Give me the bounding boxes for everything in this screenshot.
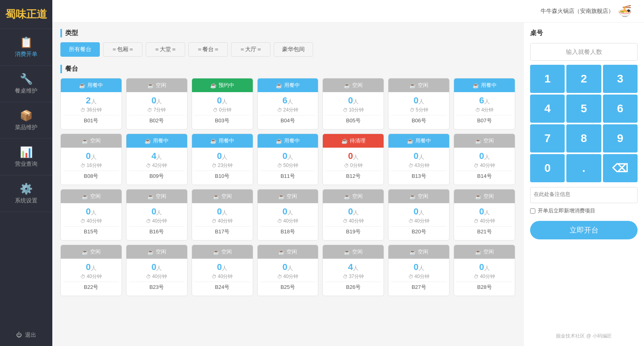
table-card[interactable]: ☕ 空闲 0人 ⏱ 16分钟 B08号 <box>60 134 122 185</box>
clock-icon: ⏱ <box>146 274 151 280</box>
cup-icon: ☕ <box>341 138 348 144</box>
table-card[interactable]: ☕ 空闲 0人 ⏱ 40分钟 B19号 <box>322 189 384 241</box>
remark-input[interactable] <box>530 187 638 203</box>
table-status-header: ☕ 空闲 <box>323 78 384 92</box>
table-card[interactable]: ☕ 空闲 0人 ⏱ 40分钟 B16号 <box>126 189 188 241</box>
table-card[interactable]: ☕ 用餐中 0人 ⏱ 50分钟 B11号 <box>257 134 319 185</box>
status-label: 用餐中 <box>219 137 234 144</box>
table-persons: 0人 <box>260 262 316 272</box>
numpad-1[interactable]: 1 <box>530 65 565 93</box>
cup-icon: ☕ <box>210 82 217 89</box>
persons-count: 6 <box>283 95 287 105</box>
table-card[interactable]: ☕ 空闲 0人 ⏱ 40分钟 B21号 <box>454 189 515 241</box>
numpad-6[interactable]: 6 <box>603 95 638 123</box>
clock-icon: ⏱ <box>212 163 217 169</box>
table-card[interactable]: ☕ 空闲 0人 ⏱ 40分钟 B27号 <box>388 245 450 296</box>
cat-tab-hall[interactable]: ＝大堂＝ <box>146 42 185 57</box>
table-time: ⏱ 40分钟 <box>391 273 447 280</box>
sidebar-item-settings[interactable]: ⚙️ 系统设置 <box>0 175 52 212</box>
table-persons: 0人 <box>391 151 447 161</box>
cup-icon: ☕ <box>147 82 154 89</box>
table-card[interactable]: ☕ 空闲 0人 ⏱ 40分钟 B20号 <box>388 189 450 241</box>
clock-icon: ⏱ <box>410 107 415 113</box>
table-card[interactable]: ☕ 用餐中 2人 ⏱ 36分钟 B01号 <box>60 78 122 130</box>
table-number: B23号 <box>129 282 185 292</box>
numpad-delete[interactable]: ⌫ <box>603 154 638 182</box>
table-card[interactable]: ☕ 用餐中 0人 ⏱ 23分钟 B10号 <box>192 134 253 185</box>
table-number: B02号 <box>129 115 185 126</box>
persons-count: 2 <box>86 95 91 105</box>
table-card[interactable]: ☕ 空闲 0人 ⏱ 10分钟 B05号 <box>322 78 384 130</box>
table-card[interactable]: ☕ 用餐中 0人 ⏱ 43分钟 B13号 <box>388 134 450 185</box>
sidebar-item-tables[interactable]: 🔧 餐桌维护 <box>0 66 52 102</box>
time-value: 0分钟 <box>219 107 231 113</box>
table-card[interactable]: ☕ 用餐中 4人 ⏱ 42分钟 B09号 <box>126 134 188 185</box>
time-value: 40分钟 <box>87 218 101 224</box>
table-card[interactable]: ☕ 空闲 0人 ⏱ 40分钟 B14号 <box>454 134 515 185</box>
persons-unit: 人 <box>287 209 293 216</box>
time-value: 40分钟 <box>218 218 233 224</box>
table-card[interactable]: ☕ 预约中 0人 ⏱ 0分钟 B03号 <box>192 78 253 130</box>
sidebar-item-consume[interactable]: 📋 消费开单 <box>0 29 52 66</box>
cat-tab-all[interactable]: 所有餐台 <box>60 42 100 57</box>
numpad-7[interactable]: 7 <box>530 124 565 152</box>
status-label: 空闲 <box>156 82 166 89</box>
table-card[interactable]: ☕ 空闲 0人 ⏱ 40分钟 B15号 <box>60 189 122 241</box>
persons-count: 0 <box>414 262 419 272</box>
table-card[interactable]: ☕ 空闲 0人 ⏱ 40分钟 B23号 <box>126 245 188 296</box>
cat-tab-table[interactable]: ＝餐台＝ <box>188 42 228 57</box>
table-card[interactable]: ☕ 空闲 0人 ⏱ 40分钟 B25号 <box>257 245 319 296</box>
cat-tab-vip[interactable]: 豪华包间 <box>274 42 313 57</box>
table-card[interactable]: ☕ 空闲 0人 ⏱ 5分钟 B06号 <box>388 78 450 130</box>
table-card[interactable]: ☕ 用餐中 6人 ⏱ 4分钟 B07号 <box>454 78 515 130</box>
numpad-dot[interactable]: . <box>566 154 601 182</box>
sidebar-item-label-business: 营业查询 <box>15 161 37 168</box>
table-persons: 0人 <box>194 262 250 272</box>
table-card[interactable]: ☕ 空闲 0人 ⏱ 40分钟 B18号 <box>257 189 319 241</box>
sidebar-nav: 📋 消费开单 🔧 餐桌维护 📦 菜品维护 📊 营业查询 ⚙️ 系统设置 <box>0 29 52 324</box>
open-table-button[interactable]: 立即开台 <box>530 221 638 239</box>
numpad-5[interactable]: 5 <box>566 95 601 123</box>
table-card[interactable]: ☕ 空闲 0人 ⏱ 40分钟 B17号 <box>192 189 253 241</box>
table-time: ⏱ 40分钟 <box>194 273 250 280</box>
clock-icon: ⏱ <box>80 274 85 280</box>
persons-input-display[interactable]: 输入就餐人数 <box>530 43 638 61</box>
time-value: 4分钟 <box>481 107 494 113</box>
logo-prefix: 蜀味 <box>5 8 26 20</box>
cat-tab-hall2[interactable]: ＝大厅＝ <box>231 42 270 57</box>
persons-placeholder: 输入就餐人数 <box>566 48 602 56</box>
tables-icon: 🔧 <box>20 73 33 85</box>
numpad-0[interactable]: 0 <box>530 154 565 182</box>
table-number: B28号 <box>456 282 512 292</box>
time-value: 50分钟 <box>283 162 298 169</box>
numpad-4[interactable]: 4 <box>530 95 565 123</box>
table-number: B12号 <box>325 171 381 181</box>
sidebar-item-business[interactable]: 📊 营业查询 <box>0 139 52 175</box>
numpad-8[interactable]: 8 <box>566 124 601 152</box>
table-persons: 0人 <box>456 151 512 161</box>
clock-icon: ⏱ <box>277 163 282 169</box>
table-time: ⏱ 40分钟 <box>63 218 119 224</box>
table-status-header: ☕ 用餐中 <box>454 78 515 92</box>
cup-icon: ☕ <box>409 249 416 255</box>
add-items-checkbox[interactable] <box>530 208 535 214</box>
table-card[interactable]: ☕ 空闲 0人 ⏱ 40分钟 B28号 <box>454 245 515 296</box>
table-card[interactable]: ☕ 待清理 0人 ⏱ 0分钟 B12号 <box>322 134 384 185</box>
cat-tab-private1[interactable]: ＝包厢＝ <box>103 42 142 57</box>
persons-count: 0 <box>283 206 287 216</box>
logout-button[interactable]: ⏻ 退出 <box>0 324 52 346</box>
persons-count: 0 <box>348 95 353 105</box>
table-card[interactable]: ☕ 空闲 4人 ⏱ 37分钟 B26号 <box>322 245 384 296</box>
sidebar-item-menu[interactable]: 📦 菜品维护 <box>0 102 52 139</box>
table-card[interactable]: ☕ 空闲 0人 ⏱ 40分钟 B22号 <box>60 245 122 296</box>
table-card[interactable]: ☕ 用餐中 6人 ⏱ 24分钟 B04号 <box>257 78 319 130</box>
table-card-body: 0人 ⏱ 40分钟 B25号 <box>258 259 318 296</box>
table-card[interactable]: ☕ 空闲 0人 ⏱ 7分钟 B02号 <box>126 78 188 130</box>
numpad-3[interactable]: 3 <box>603 65 638 93</box>
table-card[interactable]: ☕ 空闲 0人 ⏱ 40分钟 B24号 <box>192 245 253 296</box>
table-number: B27号 <box>391 282 447 292</box>
numpad-2[interactable]: 2 <box>566 65 601 93</box>
numpad-9[interactable]: 9 <box>603 124 638 152</box>
table-time: ⏱ 40分钟 <box>129 218 185 224</box>
table-status-header: ☕ 空闲 <box>388 189 449 203</box>
